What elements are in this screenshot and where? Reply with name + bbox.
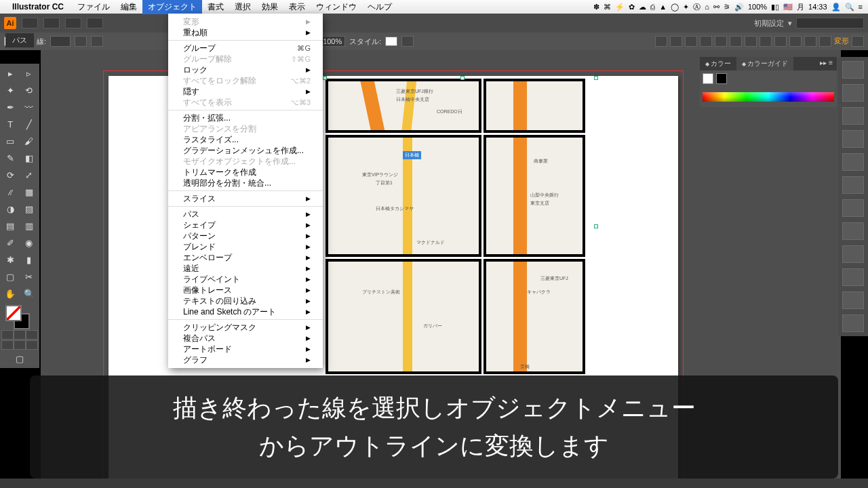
align-icon[interactable] bbox=[685, 36, 697, 47]
color-tab[interactable]: カラー bbox=[700, 57, 736, 70]
hand-tool[interactable]: ✋ bbox=[1, 285, 20, 302]
stock-icon[interactable] bbox=[43, 18, 60, 28]
align-icon[interactable] bbox=[774, 36, 787, 47]
dock-icon[interactable] bbox=[842, 222, 864, 240]
graph-tool[interactable]: ▮ bbox=[20, 251, 39, 268]
menu-item[interactable]: トリムマークを作成 bbox=[168, 167, 323, 178]
menu-item[interactable]: パターン▶ bbox=[168, 230, 323, 241]
dock-icon[interactable] bbox=[842, 176, 864, 194]
dock-icon[interactable] bbox=[842, 130, 864, 148]
menu-effect[interactable]: 効果 bbox=[256, 0, 283, 14]
align-icon[interactable] bbox=[819, 36, 831, 47]
menu-item[interactable]: グループ⌘G bbox=[168, 43, 323, 54]
menu-item[interactable]: 画像トレース▶ bbox=[168, 285, 323, 296]
menu-help[interactable]: ヘルプ bbox=[362, 0, 397, 14]
zoom-tool[interactable]: 🔍 bbox=[20, 285, 39, 302]
stroke-preview[interactable] bbox=[716, 73, 727, 84]
screen-mode[interactable]: ▢ bbox=[1, 350, 38, 367]
align-icon[interactable] bbox=[804, 36, 816, 47]
dock-icon[interactable] bbox=[842, 107, 864, 125]
arrange-icon[interactable] bbox=[65, 18, 81, 28]
fill-preview[interactable] bbox=[703, 73, 713, 84]
free-transform-tool[interactable]: ▦ bbox=[20, 184, 39, 200]
align-icon[interactable] bbox=[670, 36, 682, 47]
eyedropper-tool[interactable]: ✐ bbox=[1, 235, 20, 251]
artboard-tool[interactable]: ▢ bbox=[1, 268, 20, 285]
dock-icon[interactable] bbox=[842, 153, 864, 171]
menu-item[interactable]: 隠す▶ bbox=[168, 86, 323, 97]
map-tile[interactable]: 商事業 山梨中央銀行 東京支店 bbox=[484, 135, 585, 257]
transform-icon[interactable] bbox=[852, 36, 864, 47]
draw-mode[interactable] bbox=[1, 340, 14, 350]
menu-select[interactable]: 選択 bbox=[229, 0, 256, 14]
dock-icon[interactable] bbox=[842, 84, 864, 102]
draw-mode[interactable] bbox=[26, 340, 38, 350]
selection-handle[interactable] bbox=[460, 76, 465, 80]
menu-edit[interactable]: 編集 bbox=[115, 0, 142, 14]
curvature-tool[interactable]: 〰 bbox=[20, 99, 39, 115]
selection-tool[interactable]: ▸ bbox=[1, 65, 20, 81]
align-icon[interactable] bbox=[730, 36, 742, 47]
selection-handle[interactable] bbox=[594, 224, 598, 228]
map-tile[interactable]: キャバクラ 三菱東京UFJ 京橋 bbox=[484, 259, 585, 374]
menu-item[interactable]: エンベロープ▶ bbox=[168, 252, 323, 263]
list-icon[interactable]: ≡ bbox=[859, 3, 863, 11]
menu-item[interactable]: グラデーションメッシュを作成... bbox=[168, 145, 323, 156]
rectangle-tool[interactable]: ▭ bbox=[1, 133, 20, 149]
dock-icon[interactable] bbox=[842, 291, 864, 309]
align-icon[interactable] bbox=[745, 36, 757, 47]
menu-item[interactable]: 重ね順▶ bbox=[168, 27, 323, 38]
spectrum-picker[interactable] bbox=[703, 92, 834, 102]
gradient-tool[interactable]: ▥ bbox=[20, 218, 39, 234]
menu-type[interactable]: 書式 bbox=[202, 0, 229, 14]
brush-def[interactable] bbox=[91, 36, 103, 47]
gradient-mode[interactable] bbox=[14, 330, 26, 340]
search-input[interactable] bbox=[796, 18, 864, 28]
document-tab[interactable]: パス bbox=[5, 33, 34, 47]
mesh-tool[interactable]: ▤ bbox=[1, 218, 20, 234]
map-tile[interactable]: ブリチストン美術 ガリバー bbox=[326, 259, 481, 374]
transform-link[interactable]: 変形 bbox=[834, 36, 849, 47]
menu-item[interactable]: スライス▶ bbox=[168, 193, 323, 204]
symbol-sprayer-tool[interactable]: ✱ bbox=[1, 251, 20, 268]
rotate-tool[interactable]: ⟳ bbox=[1, 167, 20, 183]
menu-item[interactable]: グラフ▶ bbox=[168, 354, 323, 365]
panel-collapse-icon[interactable]: ▸▸ ≡ bbox=[816, 57, 837, 70]
stroke-weight-field[interactable] bbox=[50, 36, 71, 47]
magic-wand-tool[interactable]: ✦ bbox=[1, 82, 20, 98]
paintbrush-tool[interactable]: 🖌 bbox=[20, 133, 39, 149]
pen-tool[interactable]: ✒ bbox=[1, 99, 20, 115]
menu-item[interactable]: ライブペイント▶ bbox=[168, 274, 323, 285]
slice-tool[interactable]: ✂ bbox=[20, 268, 39, 285]
menu-item[interactable]: 透明部分を分割・統合... bbox=[168, 178, 323, 188]
draw-mode[interactable] bbox=[14, 340, 26, 350]
menu-item[interactable]: シェイプ▶ bbox=[168, 220, 323, 230]
type-tool[interactable]: T bbox=[1, 116, 20, 132]
menu-view[interactable]: 表示 bbox=[283, 0, 311, 14]
map-tile[interactable]: 日本橋 東京VIPラウンジ 丁目第1 日本橋タカシマヤ マクドナルド bbox=[326, 135, 481, 257]
bridge-icon[interactable] bbox=[22, 18, 38, 28]
none-mode[interactable] bbox=[26, 330, 38, 340]
spotlight-icon[interactable]: 🔍 bbox=[845, 3, 854, 12]
arrange-icon[interactable] bbox=[87, 18, 103, 28]
dock-icon[interactable] bbox=[842, 314, 864, 332]
direct-selection-tool[interactable]: ▹ bbox=[20, 65, 39, 81]
align-icon[interactable] bbox=[700, 36, 712, 47]
map-tile[interactable]: 三菱東京UFJ銀行 日本橋中央支店 COREDO日 bbox=[326, 79, 481, 133]
menu-object[interactable]: オブジェクト bbox=[142, 0, 202, 14]
menu-window[interactable]: ウィンドウ bbox=[311, 0, 362, 14]
dock-icon[interactable] bbox=[842, 61, 864, 79]
width-tool[interactable]: ⫽ bbox=[1, 184, 20, 200]
color-mode[interactable] bbox=[1, 330, 14, 340]
stroke-profile[interactable] bbox=[75, 36, 87, 47]
lasso-tool[interactable]: ⟲ bbox=[20, 82, 39, 98]
map-selection[interactable]: 三菱東京UFJ銀行 日本橋中央支店 COREDO日 日本橋 東京VIPラウンジ … bbox=[326, 79, 595, 370]
line-tool[interactable]: ╱ bbox=[20, 116, 39, 132]
align-icon[interactable] bbox=[789, 36, 802, 47]
shape-builder-tool[interactable]: ◑ bbox=[1, 201, 20, 217]
menu-item[interactable]: Line and Sketch のアート▶ bbox=[168, 306, 323, 317]
eraser-tool[interactable]: ◧ bbox=[20, 150, 39, 166]
dock-icon[interactable] bbox=[842, 199, 864, 217]
dock-icon[interactable] bbox=[842, 245, 864, 263]
menu-item[interactable]: 複合パス▶ bbox=[168, 333, 323, 344]
